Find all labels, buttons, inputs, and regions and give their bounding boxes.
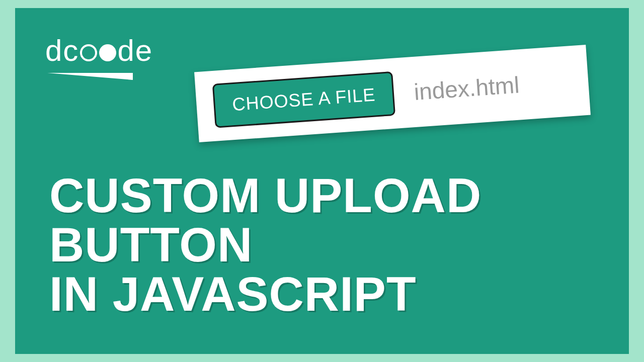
logo-suffix: de [117,36,153,66]
selected-filename: index.html [413,71,520,105]
dcode-logo: dc de [45,36,153,80]
upload-card: CHOOSE A FILE index.html [194,45,591,142]
headline-line-1: CUSTOM UPLOAD BUTTON [49,171,629,269]
logo-ring-icon [80,44,97,61]
headline: CUSTOM UPLOAD BUTTON IN JAVASCRIPT [49,171,629,319]
logo-dot-icon [99,44,116,61]
headline-line-2: IN JAVASCRIPT [49,269,629,319]
outer-frame: dc de CHOOSE A FILE index.html CUSTOM UP… [0,0,644,362]
inner-panel: dc de CHOOSE A FILE index.html CUSTOM UP… [15,8,629,354]
logo-underline-icon [47,73,133,80]
logo-prefix: dc [45,36,79,66]
logo-text: dc de [45,36,153,66]
choose-file-button[interactable]: CHOOSE A FILE [212,71,395,128]
